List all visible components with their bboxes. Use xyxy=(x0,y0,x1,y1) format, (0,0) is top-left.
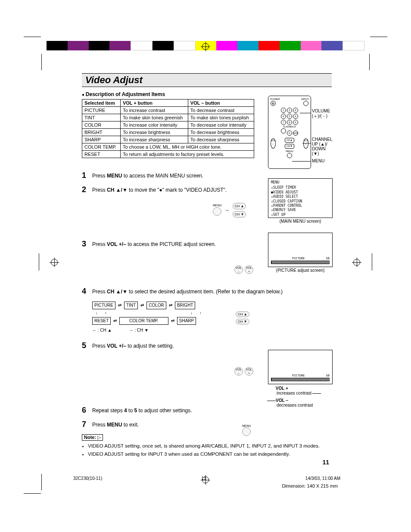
page-title: Video Adjust xyxy=(85,75,328,86)
remote-volume-callout: VOLUME (＋)/(－) xyxy=(312,109,330,119)
table-header: Selected item xyxy=(82,100,121,107)
table-cell: RESET xyxy=(82,151,121,158)
arrows-icon: ⇄ xyxy=(169,302,172,308)
arrow-down-icon: ↓ xyxy=(96,310,98,316)
dimension-note: Dimension: 140 X 215 mm xyxy=(282,483,338,488)
menu-label: MENU xyxy=(213,204,222,207)
table-cell: COLOR TEMP. xyxy=(82,143,121,151)
leader-line xyxy=(300,113,311,113)
crop-mark xyxy=(41,54,42,70)
table-cell: To choose a LOW, ML, MH or HIGH color to… xyxy=(120,143,254,151)
flow-item: RESET xyxy=(92,317,111,325)
remote-channel-callout: CHANNEL UP (▲)/ DOWN (▼) xyxy=(312,137,333,156)
remote-diagram: POWERINPUT ⏻ 123 456 789 FLASHBACK 0100 … xyxy=(268,96,333,169)
power-button-icon: ⏻ xyxy=(271,101,276,106)
crop-mark xyxy=(24,493,41,494)
section-title-bar: Video Adjust xyxy=(82,73,332,87)
doc-id: 32C230(10-11) xyxy=(73,476,102,481)
screen-caption: (PICTURE adjust screen) xyxy=(268,268,333,273)
menu-button-icon xyxy=(242,427,251,436)
ch-down-button-icon: CH▼ xyxy=(285,144,294,149)
table-cell: To make skin tones greenish xyxy=(120,114,188,121)
arrow-down-icon: ↓ xyxy=(190,310,193,316)
arrows-icon: ⇄ xyxy=(140,302,144,308)
table-cell: To decrease sharpness xyxy=(188,136,254,143)
input-button-icon xyxy=(303,101,308,106)
table-cell: To decrease brightness xyxy=(188,129,254,136)
table-cell: To decrease color intensity xyxy=(188,121,254,129)
notes-list: VIDEO ADJUST setting, once set, is share… xyxy=(88,442,332,457)
main-menu-screen: MENU ▫SLEEP TIMER ●VIDEO ADJUST ▫AUDIO S… xyxy=(268,178,333,224)
screen-title: MENU xyxy=(271,180,330,185)
table-cell: PICTURE xyxy=(82,107,121,114)
vol-plus-button-icon: VOL + xyxy=(245,265,253,274)
picture-adjust-screen-2: PICTURE50 VOL + increases contrast VOL –… xyxy=(268,350,333,408)
table-cell: TINT xyxy=(82,114,121,121)
crop-mark xyxy=(24,37,41,37)
vol-plus-button-icon: VOL + xyxy=(245,367,253,376)
leader-line xyxy=(302,143,311,143)
ch-up-button-icon: CH ▲ xyxy=(233,203,246,209)
arrows-icon: ⇄ xyxy=(171,318,174,324)
menu-button-icon xyxy=(213,207,221,216)
remote-power-label: POWER xyxy=(270,98,280,100)
flow-item: COLOR xyxy=(146,302,166,309)
arrows-icon: ⇄ xyxy=(118,302,121,308)
arrow-up-icon: ↑ xyxy=(105,310,107,316)
crop-mark xyxy=(370,37,387,37)
menu-label: MENU xyxy=(242,424,251,427)
screen-caption: (MAIN MENU screen) xyxy=(268,219,333,224)
registration-mark-icon xyxy=(202,43,209,50)
legend-ch-down: → : CH ▼ xyxy=(129,327,148,333)
registration-mark-icon xyxy=(353,259,360,266)
flow-item: TINT xyxy=(124,302,138,309)
page-number: 11 xyxy=(322,459,329,466)
vol-minus-label: VOL – xyxy=(276,398,288,403)
flow-item: SHARP xyxy=(177,317,196,325)
vol-minus-desc: decreases contrast xyxy=(277,403,313,408)
flow-item: BRIGHT xyxy=(175,302,196,309)
table-cell: BRIGHT xyxy=(82,129,121,136)
arrow-right-icon: → xyxy=(224,207,230,214)
table-cell: To increase sharpness xyxy=(120,136,188,143)
step-7: 7 Press MENU to exit. xyxy=(82,420,332,429)
step-4: 4 Press CH ▲/▼ to select the desired adj… xyxy=(82,287,332,333)
table-cell: To increase brightness xyxy=(120,129,188,136)
table-cell: To increase color intensity xyxy=(120,121,188,129)
ch-down-button-icon: CH ▼ xyxy=(233,211,246,218)
picture-adjust-screen: PICTURE50 (PICTURE adjust screen) xyxy=(268,233,333,273)
crop-mark xyxy=(39,253,39,271)
note-item: VIDEO ADJUST setting for INPUT 3 when us… xyxy=(88,451,332,457)
table-header: VOL – button xyxy=(188,100,254,107)
print-footer: 32C230(10-11) 11 14/3/03, 11:00 AM xyxy=(73,476,340,481)
flow-item: PICTURE xyxy=(92,302,115,309)
vol-plus-desc: increases contrast xyxy=(277,391,311,395)
leader-line xyxy=(292,161,311,162)
crop-mark xyxy=(372,253,372,271)
footer-page: 11 xyxy=(201,476,206,481)
table-cell: To return all adjustments to factory pre… xyxy=(120,151,254,158)
crop-mark xyxy=(41,474,42,490)
adjustment-table: Selected item VOL + button VOL – button … xyxy=(82,99,254,158)
table-cell: To decrease contrast xyxy=(188,107,254,114)
crop-mark xyxy=(369,54,370,70)
ch-up-button-icon: CH▲ xyxy=(285,138,294,143)
vol-plus-label: VOL + xyxy=(276,386,288,391)
arrows-icon: ⇄ xyxy=(113,318,117,324)
table-cell: COLOR xyxy=(82,121,121,129)
vol-minus-button-icon: VOL – xyxy=(234,265,243,274)
note-label: Note: xyxy=(82,434,103,441)
vol-minus-button-icon: VOL– xyxy=(271,138,276,149)
vol-minus-button-icon: VOL – xyxy=(234,367,243,376)
registration-mark-icon xyxy=(51,259,58,266)
note-item: VIDEO ADJUST setting, once set, is share… xyxy=(88,442,332,449)
remote-input-label: INPUT xyxy=(301,98,309,100)
ch-down-button-icon: CH ▼ xyxy=(236,319,249,324)
footer-date: 14/3/03, 11:00 AM xyxy=(305,476,340,481)
ch-up-button-icon: CH ▲ xyxy=(236,311,249,317)
table-cell: To make skin tones purplish xyxy=(188,114,254,121)
table-cell: SHARP xyxy=(82,136,121,143)
arrow-up-icon: ↑ xyxy=(199,310,202,316)
table-cell: To increase contrast xyxy=(120,107,188,114)
remote-menu-callout: MENU xyxy=(312,159,324,163)
